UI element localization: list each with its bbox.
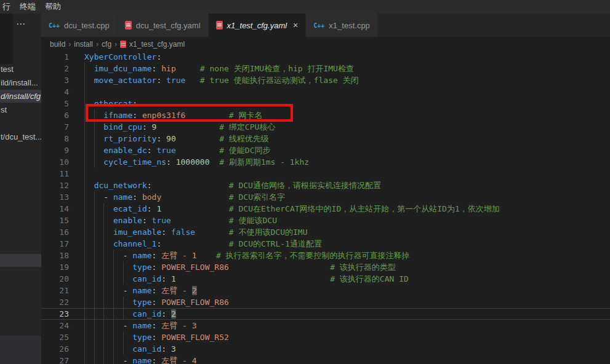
code-line[interactable]: 3 move_actuator: true # true 使能执行器运动测试，f… <box>41 74 610 86</box>
menu-item-行[interactable]: 行 <box>1 1 12 12</box>
sidebar-list-item[interactable]: ild/install... <box>0 76 41 89</box>
line-number[interactable]: 7 <box>41 121 69 133</box>
code-line[interactable]: 8 rt_priority: 90 # 线程优先级 <box>41 133 610 144</box>
code-token: POWER_FLOW_R52 <box>161 333 229 342</box>
code-line[interactable]: 21 - name: 左臂 - 2 <box>41 285 610 296</box>
line-number[interactable]: 10 <box>41 156 69 168</box>
line-number[interactable]: 22 <box>41 296 69 308</box>
sidebar-list-item[interactable]: st <box>0 103 41 116</box>
line-number[interactable]: 6 <box>41 109 69 121</box>
editor[interactable]: 1XyberController:2 imu_dcu_name: hip # n… <box>41 51 610 364</box>
line-number[interactable]: 5 <box>41 98 69 109</box>
code-line[interactable]: 9 enable_dc: true # 使能DC同步 <box>41 144 610 156</box>
code-token: # 线程优先级 <box>219 134 269 143</box>
line-number[interactable]: 12 <box>41 180 69 191</box>
code-line[interactable]: 16 imu_enable: false # 不使用该DCU的IMU <box>41 226 610 238</box>
tab-x1_test.cpp[interactable]: C++x1_test.cpp <box>306 14 378 37</box>
line-number[interactable]: 17 <box>41 238 69 250</box>
line-number[interactable]: 8 <box>41 133 69 144</box>
indent-guide <box>103 238 104 250</box>
code-line[interactable]: 14 ecat_id: 1 # DCU在EtherCAT网络中的ID，从主站开始… <box>41 203 610 215</box>
code-token: : <box>156 76 166 85</box>
line-number[interactable]: 20 <box>41 273 69 285</box>
code-line[interactable]: 12 dcu_network: # DCU通信网络，请根据实机连接情况配置 <box>41 180 610 191</box>
code-token <box>171 216 229 225</box>
tab-dcu_test_cfg.yaml[interactable]: dcu_test_cfg.yaml <box>118 14 209 37</box>
line-number[interactable]: 26 <box>41 343 69 355</box>
line-number[interactable]: 13 <box>41 191 69 203</box>
code-token: 90 <box>166 134 176 143</box>
line-number[interactable]: 24 <box>41 320 69 331</box>
more-actions-button[interactable]: ⋯ <box>16 18 26 30</box>
indent-guide <box>84 168 85 180</box>
code-line[interactable]: 10 cycle_time_ns: 1000000 # 刷新周期1ms - 1k… <box>41 156 610 168</box>
line-number[interactable]: 2 <box>41 63 69 74</box>
code-line[interactable]: 22 type: POWER_FLOW_R86 <box>41 296 610 308</box>
code-token: rt_priority <box>103 134 156 143</box>
sidebar-list-item[interactable]: d/install/cfg <box>0 90 41 103</box>
code-line[interactable]: 17 channel_1: # DCU的CTRL-1通道配置 <box>41 238 610 250</box>
line-number[interactable]: 27 <box>41 355 69 364</box>
line-number[interactable]: 14 <box>41 203 69 215</box>
code-line[interactable]: 24 - name: 左臂 - 3 <box>41 320 610 331</box>
code-token: 1 <box>171 274 176 283</box>
code-line-content: ethercat: <box>69 98 610 109</box>
code-line[interactable]: 13 - name: body # DCU索引名字 <box>41 191 610 203</box>
code-line[interactable]: 5 ethercat: <box>41 98 610 109</box>
menu-item-终端[interactable]: 终端 <box>18 1 38 12</box>
indent-guide <box>94 261 95 273</box>
code-line[interactable]: 20 can_id: 1 # 该执行器的CAN ID <box>41 273 610 285</box>
line-number[interactable]: 19 <box>41 261 69 273</box>
code-line[interactable]: 15 enable: true # 使能该DCU <box>41 215 610 226</box>
line-number[interactable]: 25 <box>41 331 69 343</box>
code-line[interactable]: 19 type: POWER_FLOW_R86 # 该执行器的类型 <box>41 261 610 273</box>
sidebar-list-item[interactable]: test <box>0 63 41 76</box>
code-line[interactable]: 23 can_id: 2 <box>41 308 610 320</box>
code-token <box>84 228 113 237</box>
code-token: # DCU的CTRL-1通道配置 <box>229 239 322 248</box>
code-line-content <box>69 168 610 180</box>
indent-guide <box>84 63 85 74</box>
code-token: : <box>161 228 171 237</box>
line-number[interactable]: 11 <box>41 168 69 180</box>
code-line[interactable]: 6 ifname: enp0s31f6 # 网卡名 <box>41 109 610 121</box>
code-line[interactable]: 18 - name: 左臂 - 1 # 执行器索引名字，不需要控制的执行器可直接… <box>41 250 610 261</box>
code-line-content: XyberController: <box>69 51 610 63</box>
code-line[interactable]: 26 can_id: 3 <box>41 343 610 355</box>
line-number[interactable]: 16 <box>41 226 69 238</box>
indent-guide <box>84 180 85 191</box>
code-line[interactable]: 11 <box>41 168 610 180</box>
tab-dcu_test.cpp[interactable]: C++dcu_test.cpp <box>41 14 118 37</box>
code-token: : <box>147 204 157 213</box>
code-line-content: bind_cpu: 9 # 绑定CPU核心 <box>69 121 610 133</box>
code-line[interactable]: 1XyberController: <box>41 51 610 63</box>
menu-item-帮助[interactable]: 帮助 <box>43 1 63 12</box>
breadcrumb-item-build[interactable]: build <box>50 40 65 49</box>
sidebar-list-item[interactable] <box>0 254 41 267</box>
breadcrumb-item-install[interactable]: install <box>74 40 93 49</box>
line-number[interactable]: 3 <box>41 74 69 86</box>
code-token: : <box>132 111 142 120</box>
line-number[interactable]: 18 <box>41 250 69 261</box>
line-number[interactable]: 15 <box>41 215 69 226</box>
code-token: # DCU索引名字 <box>229 192 285 202</box>
code-line[interactable]: 27 - name: 左臂 - 4 <box>41 355 610 364</box>
breadcrumb-item-cfg[interactable]: cfg <box>102 40 111 49</box>
code-line[interactable]: 7 bind_cpu: 9 # 绑定CPU核心 <box>41 121 610 133</box>
line-number[interactable]: 1 <box>41 51 69 63</box>
breadcrumb-item-x1_test_cfg.yaml[interactable]: x1_test_cfg.yaml <box>129 40 185 49</box>
line-number[interactable]: 9 <box>41 144 69 156</box>
code-token: move_actuator <box>94 76 157 85</box>
sidebar-list-item[interactable]: t/dcu_test... <box>0 130 41 143</box>
close-icon[interactable]: × <box>293 20 298 30</box>
line-number[interactable]: 4 <box>41 86 69 98</box>
line-number[interactable]: 21 <box>41 285 69 296</box>
code-line[interactable]: 2 imu_dcu_name: hip # none 关闭IMU检查，hip 打… <box>41 63 610 74</box>
indent-guide <box>84 191 85 203</box>
tab-x1_test_cfg.yaml[interactable]: x1_test_cfg.yaml× <box>209 14 307 37</box>
code-line[interactable]: 25 type: POWER_FLOW_R52 <box>41 331 610 343</box>
line-number[interactable]: 23 <box>41 309 69 319</box>
sidebar-bottom-block <box>0 336 41 364</box>
code-line[interactable]: 4 <box>41 86 610 98</box>
code-line-content: - name: 左臂 - 1 # 执行器索引名字，不需要控制的执行器可直接注释掉 <box>69 250 610 261</box>
